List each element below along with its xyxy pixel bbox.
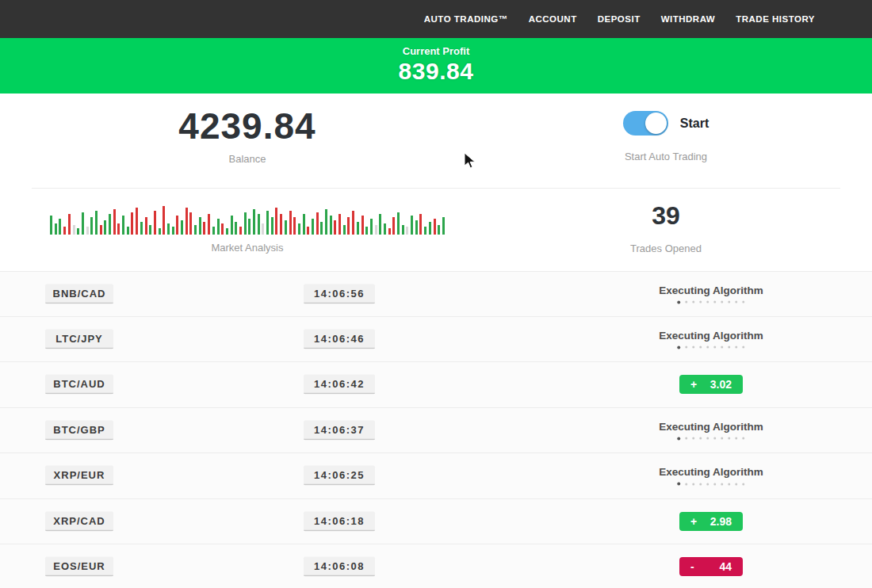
candlestick-bar bbox=[239, 227, 242, 235]
candlestick-bar bbox=[127, 227, 129, 235]
candlestick-bar bbox=[145, 217, 147, 235]
candlestick-bar bbox=[307, 227, 309, 235]
nav-item-deposit[interactable]: DEPOSIT bbox=[598, 14, 641, 24]
progress-dot bbox=[713, 483, 716, 485]
nav-item-account[interactable]: ACCOUNT bbox=[529, 14, 577, 24]
nav-item-auto-trading[interactable]: AUTO TRADING™ bbox=[424, 14, 508, 24]
candlestick-bar bbox=[59, 219, 61, 235]
candlestick-bar bbox=[253, 209, 255, 235]
trades-opened-value: 39 bbox=[491, 201, 840, 231]
progress-dot bbox=[699, 483, 702, 485]
progress-dot bbox=[706, 301, 709, 304]
progress-dot bbox=[742, 301, 744, 304]
pair-badge[interactable]: BNB/CAD bbox=[45, 284, 113, 304]
auto-trading-stat: Start Start Auto Trading bbox=[491, 94, 840, 162]
trades-opened-stat: 39 Trades Opened bbox=[491, 189, 840, 254]
candlestick-bar bbox=[262, 223, 264, 235]
candlestick-bar bbox=[86, 227, 89, 235]
trade-row: BTC/GBP14:06:37Executing Algorithm bbox=[0, 408, 872, 454]
result-value: 3.02 bbox=[710, 378, 732, 391]
top-navbar: AUTO TRADING™ACCOUNTDEPOSITWITHDRAWTRADE… bbox=[0, 0, 872, 38]
candlestick-bar bbox=[325, 209, 327, 235]
progress-dots bbox=[659, 483, 763, 486]
time-badge: 14:06:42 bbox=[304, 375, 375, 395]
progress-dot bbox=[728, 301, 730, 304]
market-analysis-label: Market Analysis bbox=[0, 242, 495, 254]
candlestick-bar bbox=[402, 225, 404, 235]
candlestick-bar bbox=[248, 219, 251, 235]
time-badge: 14:06:46 bbox=[304, 329, 375, 349]
progress-dot bbox=[699, 346, 702, 349]
progress-dot bbox=[735, 301, 737, 304]
candlestick-bar bbox=[338, 214, 341, 235]
candlestick-bar bbox=[419, 214, 422, 235]
candlestick-bar bbox=[434, 219, 436, 235]
pair-badge[interactable]: XRP/EUR bbox=[45, 466, 113, 486]
candlestick-bar bbox=[136, 208, 138, 235]
candlestick-bar bbox=[334, 220, 336, 235]
candlestick-bar bbox=[82, 212, 84, 235]
candlestick-bar bbox=[429, 222, 431, 235]
candlestick-bar bbox=[140, 222, 143, 235]
trade-row: BNB/CAD14:06:56Executing Algorithm bbox=[0, 271, 872, 317]
candlestick-bar bbox=[357, 222, 359, 235]
trade-row: BTC/AUD14:06:42+3.02 bbox=[0, 362, 872, 408]
executing-algorithm-label: Executing Algorithm bbox=[659, 329, 763, 341]
balance-value: 4239.84 bbox=[0, 105, 495, 147]
pair-badge[interactable]: BTC/AUD bbox=[45, 375, 113, 395]
candlestick-bar bbox=[244, 212, 247, 235]
pair-badge[interactable]: XRP/CAD bbox=[45, 511, 113, 531]
progress-dot bbox=[713, 301, 716, 304]
auto-trading-toggle[interactable] bbox=[623, 111, 668, 136]
trade-row: XRP/CAD14:06:18+2.98 bbox=[0, 499, 872, 545]
candlestick-bar bbox=[194, 225, 197, 235]
progress-dot bbox=[713, 437, 716, 440]
auto-trading-label: Start Auto Trading bbox=[491, 151, 840, 162]
current-profit-label: Current Profit bbox=[0, 45, 872, 57]
candlestick-bar bbox=[55, 223, 57, 235]
auto-trading-toggle-row: Start bbox=[623, 111, 709, 136]
market-analysis-stat: Market Analysis bbox=[0, 189, 495, 254]
nav-item-withdraw[interactable]: WITHDRAW bbox=[661, 14, 716, 24]
loss-badge[interactable]: -44 bbox=[679, 557, 743, 576]
trade-row: EOS/EUR14:06:08-44 bbox=[0, 544, 872, 588]
progress-dots bbox=[659, 300, 763, 304]
profit-badge[interactable]: +3.02 bbox=[679, 375, 743, 394]
candlestick-bar bbox=[231, 216, 233, 235]
time-badge: 14:06:37 bbox=[304, 420, 375, 440]
progress-dots bbox=[659, 346, 763, 349]
result-value: 44 bbox=[719, 560, 732, 573]
profit-badge[interactable]: +2.98 bbox=[679, 512, 743, 531]
candlestick-bar bbox=[285, 220, 287, 235]
balance-label: Balance bbox=[0, 153, 495, 165]
candlestick-bar bbox=[280, 214, 282, 235]
current-profit-banner: Current Profit 839.84 bbox=[0, 38, 872, 94]
pair-badge[interactable]: BTC/GBP bbox=[45, 420, 113, 440]
candlestick-bar bbox=[159, 228, 161, 235]
progress-dot bbox=[677, 346, 680, 349]
candlestick-bar bbox=[258, 214, 260, 235]
pair-badge[interactable]: LTC/JPY bbox=[45, 329, 113, 349]
progress-dot bbox=[685, 346, 687, 349]
progress-dot bbox=[728, 483, 730, 485]
candlestick-bar bbox=[185, 208, 188, 235]
trade-row: LTC/JPY14:06:46Executing Algorithm bbox=[0, 317, 872, 363]
progress-dot bbox=[692, 483, 694, 485]
progress-dot bbox=[699, 301, 702, 304]
progress-dot bbox=[699, 437, 702, 440]
candlestick-bar bbox=[375, 225, 377, 235]
stats-row-top: 4239.84 Balance Start Start Auto Trading bbox=[0, 94, 872, 188]
progress-dot bbox=[728, 346, 730, 349]
trade-status: Executing Algorithm bbox=[659, 329, 763, 349]
progress-dot bbox=[685, 301, 687, 304]
progress-dot bbox=[713, 346, 716, 349]
nav-item-trade-history[interactable]: TRADE HISTORY bbox=[736, 14, 815, 24]
executing-algorithm-label: Executing Algorithm bbox=[659, 420, 763, 432]
stats-row-bottom: Market Analysis 39 Trades Opened bbox=[0, 189, 872, 271]
trades-list: BNB/CAD14:06:56Executing AlgorithmLTC/JP… bbox=[0, 271, 872, 588]
candlestick-bar bbox=[95, 211, 98, 235]
candlestick-bar bbox=[343, 225, 346, 235]
progress-dot bbox=[692, 437, 694, 440]
pair-badge[interactable]: EOS/EUR bbox=[45, 557, 113, 577]
time-badge: 14:06:08 bbox=[304, 557, 375, 577]
